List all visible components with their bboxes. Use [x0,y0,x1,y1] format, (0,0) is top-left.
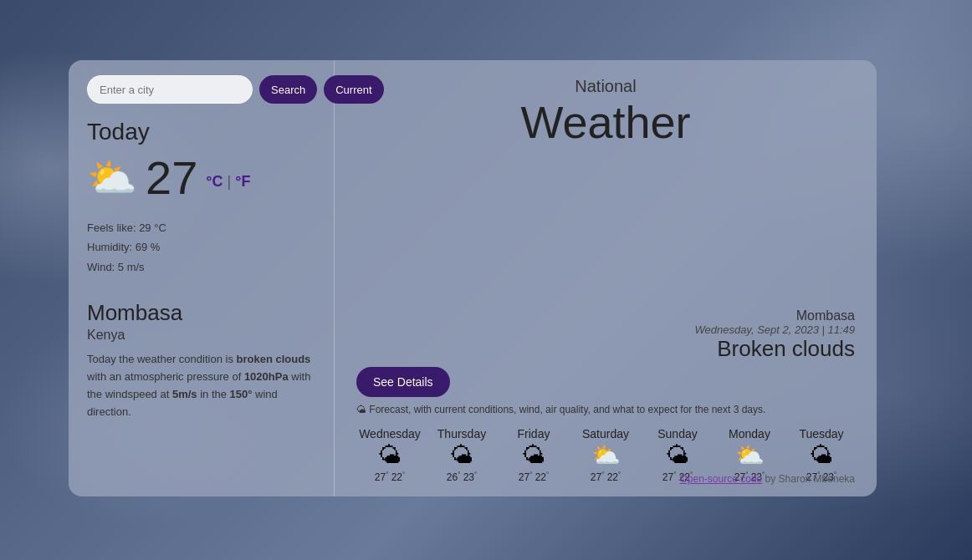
desc-end: in the [197,388,230,400]
search-bar: Search Current [87,75,315,104]
weather-title: Weather [356,96,855,148]
forecast-temps: 27° 22° [591,471,621,483]
wind-speed: Wind: 5 m/s [87,257,315,277]
humidity: Humidity: 69 % [87,237,315,257]
forecast-day: Friday 🌤 27° 22° [500,427,567,483]
today-label: Today [87,119,315,145]
location-info: Mombasa Wednesday, Sept 2, 2023 | 11:49 … [356,308,855,362]
forecast-day-name: Wednesday [359,427,421,440]
forecast-day-name: Monday [729,427,770,440]
temperature-row: ⛅ 27 °C | °F [87,150,315,205]
fahrenheit-unit[interactable]: °F [235,173,250,190]
forecast-icon: 🌤 [522,444,545,467]
forecast-icon: 🌤 [450,444,473,467]
today-weather-icon: ⛅ [87,158,137,198]
header-datetime: Wednesday, Sept 2, 2023 | 11:49 [356,323,855,336]
right-panel: National Weather Mombasa Wednesday, Sept… [335,60,877,496]
desc-pre: Today the weather condition is [87,353,237,365]
forecast-temps: 27° 22° [519,471,549,483]
forecast-temps: 26° 23° [447,471,477,483]
forecast-icon: 🌤 [666,444,689,467]
open-source-link[interactable]: Open-source code [680,473,763,485]
see-details-button[interactable]: See Details [356,367,450,397]
weather-description: Today the weather condition is broken cl… [87,351,315,420]
country-name: Kenya [87,328,315,343]
direction-bold: 150° [230,388,253,400]
unit-separator: | [228,173,236,190]
forecast-icon: ⛅ [591,444,621,467]
spacer [356,156,855,308]
header-condition: Broken clouds [356,336,855,362]
today-temperature: 27 [146,150,197,205]
search-button[interactable]: Search [259,75,317,104]
forecast-day: Wednesday 🌤 27° 22° [356,427,423,483]
forecast-day-name: Thursday [437,427,486,440]
temperature-unit: °C | °F [206,173,250,191]
forecast-icon: ⛅ [735,444,765,467]
forecast-temps: 27° 22° [375,471,405,483]
main-card: Search Current Today ⛅ 27 °C | °F Feels … [69,60,877,496]
weather-details: Feels like: 29 °C Humidity: 69 % Wind: 5… [87,218,315,277]
header-city: Mombasa [356,308,855,323]
forecast-day: Saturday ⛅ 27° 22° [572,427,639,483]
desc-post: with an atmospheric pressure of [87,370,244,383]
city-search-input[interactable] [87,75,253,104]
forecast-day-name: Tuesday [799,427,843,440]
forecast-day: Thursday 🌤 26° 23° [428,427,495,483]
wind-bold: 5m/s [172,388,197,400]
forecast-day-name: Sunday [657,427,697,440]
right-panel-inner: National Weather Mombasa Wednesday, Sept… [356,77,855,483]
city-name: Mombasa [87,300,315,326]
footer: Open-source code by Sharon Mbeneka [680,473,855,485]
national-label: National [356,77,855,96]
forecast-note: 🌤 Forecast, with current conditions, win… [356,404,855,415]
left-panel: Search Current Today ⛅ 27 °C | °F Feels … [69,60,335,496]
celsius-unit[interactable]: °C [206,173,223,190]
pressure-bold: 1020hPa [244,370,289,383]
forecast-icon: 🌤 [810,444,833,467]
footer-suffix: by Sharon Mbeneka [762,473,855,485]
condition-bold: broken clouds [237,353,311,365]
feels-like: Feels like: 29 °C [87,218,315,237]
forecast-day-name: Friday [518,427,550,440]
forecast-icon: 🌤 [378,444,402,467]
forecast-day-name: Saturday [582,427,629,440]
